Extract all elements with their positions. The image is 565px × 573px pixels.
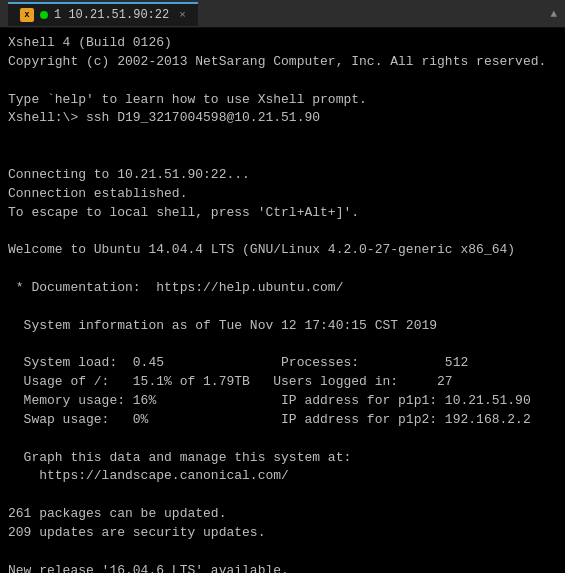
terminal[interactable]: Xshell 4 (Build 0126) Copyright (c) 2002… xyxy=(0,28,565,573)
title-bar: X 1 10.21.51.90:22 × ▲ xyxy=(0,0,565,28)
tab-status-indicator xyxy=(40,11,48,19)
tab[interactable]: X 1 10.21.51.90:22 × xyxy=(8,2,198,26)
window-controls: ▲ xyxy=(550,8,557,20)
tab-close-button[interactable]: × xyxy=(179,9,186,21)
tab-icon: X xyxy=(20,8,34,22)
tab-label: 1 10.21.51.90:22 xyxy=(54,8,169,22)
